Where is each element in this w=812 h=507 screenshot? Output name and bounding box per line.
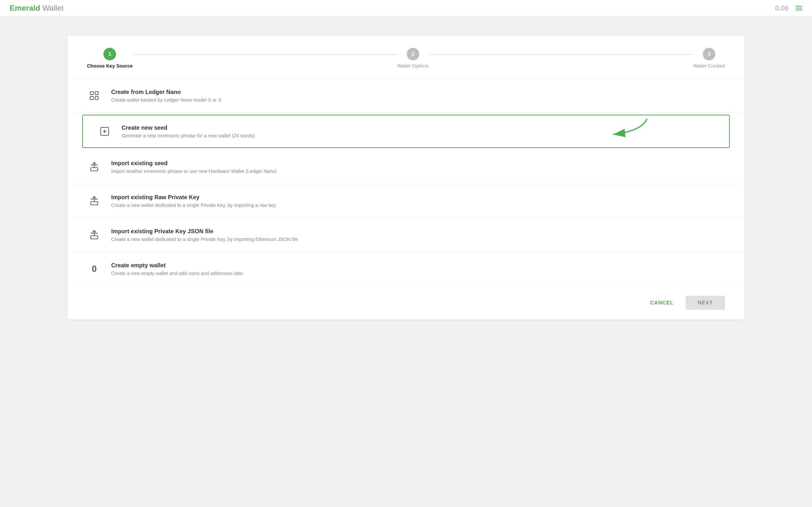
import-json-title: Import existing Private Key JSON file (111, 228, 725, 235)
next-button[interactable]: NEXT (686, 296, 725, 310)
import-seed-title: Import existing seed (111, 160, 725, 167)
new-seed-icon (97, 124, 112, 138)
step-1: 1 Choose Key Source (87, 48, 133, 69)
step-3-circle: 3 (703, 48, 715, 60)
card-footer: CANCEL NEXT (68, 286, 744, 320)
import-key-title: Import existing Raw Private Key (111, 194, 725, 201)
svg-rect-3 (95, 97, 98, 100)
step-1-label: Choose Key Source (87, 63, 133, 69)
menu-icon[interactable] (796, 6, 802, 10)
import-key-text: Import existing Raw Private Key Create a… (111, 194, 725, 208)
option-new-seed[interactable]: Create new seed Generate a new mnemonic … (82, 115, 730, 148)
cancel-button[interactable]: CANCEL (643, 296, 681, 310)
option-ledger[interactable]: Create from Ledger Nano Create wallet ba… (68, 79, 744, 113)
wizard-card: 1 Choose Key Source 2 Wallet Options 3 W… (68, 36, 744, 320)
step-2: 2 Wallet Options (397, 48, 428, 69)
step-line-1 (133, 54, 397, 55)
import-key-icon (87, 193, 101, 208)
step-3: 3 Wallet Created (693, 48, 725, 69)
ledger-title: Create from Ledger Nano (111, 89, 725, 95)
step-2-circle: 2 (407, 48, 419, 60)
import-seed-icon (87, 160, 101, 174)
empty-wallet-text: Create empty wallet Create a new empty w… (111, 262, 725, 276)
stepper: 1 Choose Key Source 2 Wallet Options 3 W… (68, 36, 744, 79)
app-logo: Emerald Wallet (10, 4, 63, 12)
svg-rect-10 (91, 168, 98, 171)
green-arrow (599, 116, 652, 146)
import-seed-text: Import existing seed Import another mnem… (111, 160, 725, 174)
app-header: Emerald Wallet 0.00 (0, 0, 812, 16)
import-json-icon (87, 228, 101, 242)
import-key-desc: Create a new wallet dedicated to a singl… (111, 203, 725, 208)
import-json-text: Import existing Private Key JSON file Cr… (111, 228, 725, 242)
empty-wallet-desc: Create a new empty wallet and add coins … (111, 271, 725, 276)
svg-rect-2 (90, 97, 94, 100)
step-3-label: Wallet Created (693, 63, 725, 69)
svg-rect-13 (91, 202, 98, 205)
step-line-2 (428, 54, 693, 55)
svg-rect-1 (95, 92, 98, 95)
logo-text: Emerald Wallet (10, 4, 63, 12)
svg-rect-0 (90, 92, 94, 95)
option-import-seed[interactable]: Import existing seed Import another mnem… (68, 150, 744, 184)
header-right: 0.00 (775, 4, 803, 12)
ledger-icon (87, 89, 101, 103)
step-2-label: Wallet Options (397, 63, 428, 69)
import-seed-desc: Import another mnemonic phrase or use ne… (111, 169, 725, 174)
balance-display: 0.00 (775, 4, 789, 12)
option-empty-wallet[interactable]: 0 Create empty wallet Create a new empty… (68, 252, 744, 286)
svg-rect-16 (91, 236, 98, 239)
option-import-key[interactable]: Import existing Raw Private Key Create a… (68, 184, 744, 218)
empty-wallet-title: Create empty wallet (111, 262, 725, 269)
ledger-text: Create from Ledger Nano Create wallet ba… (111, 89, 725, 103)
option-import-json[interactable]: Import existing Private Key JSON file Cr… (68, 218, 744, 252)
import-json-desc: Create a new wallet dedicated to a singl… (111, 237, 725, 242)
empty-wallet-icon: 0 (87, 262, 101, 276)
step-1-circle: 1 (103, 48, 116, 60)
main-content: 1 Choose Key Source 2 Wallet Options 3 W… (0, 16, 812, 339)
ledger-desc: Create wallet backed by Ledger Nano mode… (111, 97, 725, 103)
options-list: Create from Ledger Nano Create wallet ba… (68, 79, 744, 286)
